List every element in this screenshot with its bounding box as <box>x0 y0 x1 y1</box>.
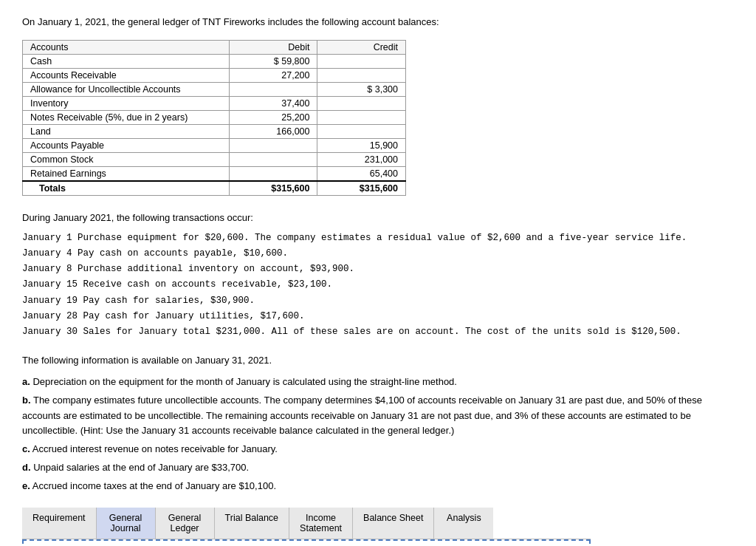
debit-cell: 27,200 <box>230 68 317 82</box>
debit-cell: $ 59,800 <box>230 54 317 68</box>
col-debit: Debit <box>230 40 317 54</box>
transaction-item: January 15 Receive cash on accounts rece… <box>22 277 734 293</box>
debit-cell: 37,400 <box>230 96 317 110</box>
info-item: c. Accrued interest revenue on notes rec… <box>22 442 734 457</box>
table-row: Land166,000 <box>23 124 406 138</box>
totals-debit: $315,600 <box>230 181 317 196</box>
totals-label: Totals <box>23 181 230 196</box>
transaction-item: January 19 Pay cash for salaries, $30,90… <box>22 293 734 309</box>
account-cell: Common Stock <box>23 152 230 166</box>
tab-general-ledger[interactable]: General Ledger <box>156 508 215 539</box>
debit-cell <box>230 138 317 152</box>
transaction-item: January 28 Pay cash for January utilitie… <box>22 309 734 324</box>
tabs-row: RequirementGeneral JournalGeneral Ledger… <box>22 508 591 539</box>
credit-cell <box>317 124 406 138</box>
tab-general-journal[interactable]: General Journal <box>97 508 156 539</box>
debit-cell: 166,000 <box>230 124 317 138</box>
tab-analysis[interactable]: Analysis <box>434 508 493 539</box>
instruction-box: Prepare the journal entries for transact… <box>22 539 591 546</box>
info-section-title: The following information is available o… <box>22 353 734 369</box>
credit-cell <box>317 68 406 82</box>
bottom-section: RequirementGeneral JournalGeneral Ledger… <box>22 508 734 546</box>
credit-cell: $ 3,300 <box>317 82 406 96</box>
table-row: Inventory37,400 <box>23 96 406 110</box>
totals-row: Totals$315,600$315,600 <box>23 181 406 196</box>
credit-cell <box>317 110 406 124</box>
table-row: Accounts Payable15,900 <box>23 138 406 152</box>
info-item: d. Unpaid salaries at the end of January… <box>22 460 734 476</box>
debit-cell <box>230 166 317 181</box>
account-cell: Cash <box>23 54 230 68</box>
col-accounts: Accounts <box>23 40 230 54</box>
debit-cell <box>230 82 317 96</box>
table-row: Retained Earnings65,400 <box>23 166 406 181</box>
debit-cell <box>230 152 317 166</box>
info-section: The following information is available o… <box>22 353 734 494</box>
table-row: Accounts Receivable27,200 <box>23 68 406 82</box>
table-row: Common Stock231,000 <box>23 152 406 166</box>
account-cell: Accounts Payable <box>23 138 230 152</box>
debit-cell: 25,200 <box>230 110 317 124</box>
tab-requirement[interactable]: Requirement <box>22 508 97 539</box>
account-cell: Retained Earnings <box>23 166 230 181</box>
credit-cell: 65,400 <box>317 166 406 181</box>
table-row: Cash$ 59,800 <box>23 54 406 68</box>
transaction-item: January 1 Purchase equipment for $20,600… <box>22 231 734 246</box>
credit-cell <box>317 54 406 68</box>
info-item: a. Depreciation on the equipment for the… <box>22 375 734 390</box>
account-table: Accounts Debit Credit Cash$ 59,800Accoun… <box>22 40 406 196</box>
intro-text: On January 1, 2021, the general ledger o… <box>22 15 734 30</box>
table-row: Allowance for Uncollectible Accounts$ 3,… <box>23 82 406 96</box>
account-cell: Inventory <box>23 96 230 110</box>
transaction-item: January 8 Purchase additional inventory … <box>22 262 734 277</box>
tab-income-statement[interactable]: Income Statement <box>289 508 353 539</box>
tab-trial-balance[interactable]: Trial Balance <box>215 508 290 539</box>
info-item: b. The company estimates future uncollec… <box>22 393 734 439</box>
account-cell: Allowance for Uncollectible Accounts <box>23 82 230 96</box>
transaction-item: January 4 Pay cash on accounts payable, … <box>22 246 734 262</box>
during-section-title: During January 2021, the following trans… <box>22 212 734 223</box>
transactions-list: January 1 Purchase equipment for $20,600… <box>22 231 734 341</box>
credit-cell: 231,000 <box>317 152 406 166</box>
credit-cell: 15,900 <box>317 138 406 152</box>
info-item: e. Accrued income taxes at the end of Ja… <box>22 479 734 494</box>
credit-cell <box>317 96 406 110</box>
tab-balance-sheet[interactable]: Balance Sheet <box>353 508 434 539</box>
account-cell: Notes Receivable (5%, due in 2 years) <box>23 110 230 124</box>
totals-credit: $315,600 <box>317 181 406 196</box>
transaction-item: January 30 Sales for January total $231,… <box>22 324 734 340</box>
account-cell: Land <box>23 124 230 138</box>
account-cell: Accounts Receivable <box>23 68 230 82</box>
table-row: Notes Receivable (5%, due in 2 years)25,… <box>23 110 406 124</box>
col-credit: Credit <box>317 40 406 54</box>
